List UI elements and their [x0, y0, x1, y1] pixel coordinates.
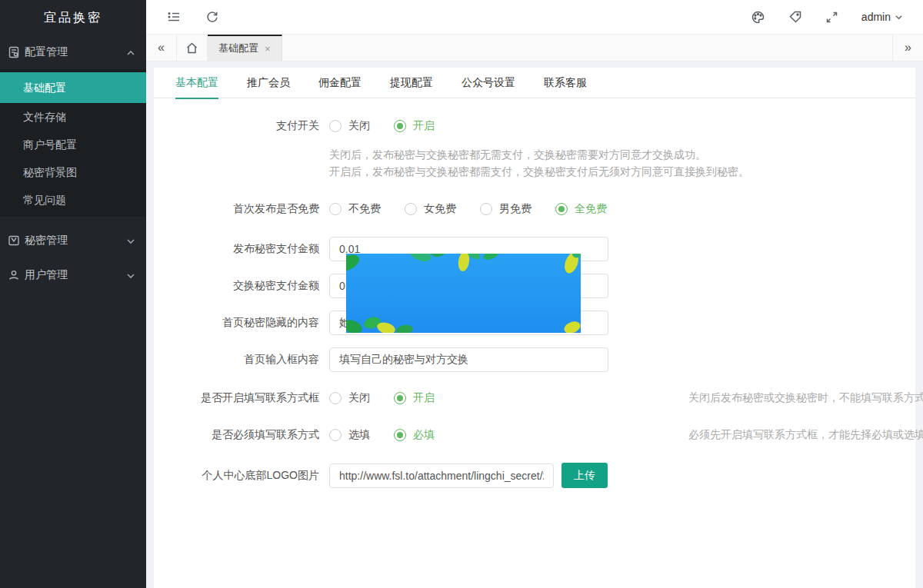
- sidebar-group-label: 用户管理: [25, 268, 126, 282]
- tab-basic-config[interactable]: 基本配置: [175, 68, 218, 98]
- form-row-first-free: 首次发布是否免费 不免费 女免费: [175, 200, 915, 218]
- sidebar-item-basic-config[interactable]: 基础配置: [0, 72, 146, 103]
- settings-tabs: 基本配置 推广会员 佣金配置 提现配置 公众号设置 联系客服: [154, 68, 915, 98]
- sidebar: 宜品换密 配置管理 基础配置 文件存储 商户号配置 秘密背景图 常见问题 秘密管…: [0, 0, 146, 588]
- radio-circle: [329, 120, 342, 132]
- config-icon: [8, 46, 20, 58]
- scroll-tabs-left-button[interactable]: «: [146, 35, 177, 61]
- header-left: [146, 9, 220, 25]
- field-label: 交换秘密支付金额: [175, 279, 319, 293]
- chevron-down-icon: [895, 13, 903, 22]
- open-tab-basic-config[interactable]: 基础配置 ×: [208, 35, 282, 61]
- home-tab-button[interactable]: [177, 35, 208, 61]
- radio-circle: [329, 203, 342, 215]
- radio-circle: [555, 203, 568, 215]
- home-input-content-input[interactable]: [329, 347, 608, 372]
- chevron-down-icon: [126, 271, 135, 280]
- payment-switch-help: 关闭后，发布秘密与交换秘密都无需支付，交换秘密需要对方同意才交换成功。 开启后，…: [329, 146, 915, 180]
- logo-url-input[interactable]: [329, 463, 554, 488]
- app-title: 宜品换密: [0, 0, 146, 35]
- user-menu[interactable]: admin: [861, 11, 903, 23]
- tag-icon[interactable]: [788, 9, 803, 25]
- chevron-down-icon: [126, 236, 135, 245]
- radio-contact-box-off[interactable]: 关闭: [329, 391, 370, 405]
- user-icon: [8, 269, 20, 281]
- radio-all-free[interactable]: 全免费: [555, 202, 607, 216]
- radio-contact-required[interactable]: 必填: [394, 428, 435, 442]
- tab-label: 基础配置: [218, 42, 258, 55]
- radio-circle: [329, 392, 342, 404]
- form-row-payment-switch: 支付开关 关闭 开启: [175, 117, 915, 135]
- tab-official-account[interactable]: 公众号设置: [462, 68, 515, 98]
- form-row-contact-box: 是否开启填写联系方式框 关闭 开启 关闭后发布秘密或交换秘密时，不能填写: [175, 389, 915, 407]
- field-label: 首页秘密隐藏的内容: [175, 316, 319, 330]
- help-line: 开启后，发布秘密与交换秘密都需支付，交换秘密支付后无须对方同意可直接换到秘密。: [329, 163, 915, 180]
- sidebar-group-secret[interactable]: 秘密管理: [0, 223, 146, 257]
- scroll-tabs-right-button[interactable]: »: [892, 35, 923, 61]
- top-header: admin: [146, 0, 923, 35]
- contact-box-hint: 关闭后发布秘密或交换秘密时，不能填写联系方式。: [688, 391, 923, 405]
- radio-female-free[interactable]: 女免费: [405, 202, 456, 216]
- close-icon[interactable]: ×: [265, 43, 271, 55]
- field-label: 首页输入框内容: [175, 353, 319, 367]
- sidebar-item-secret-background[interactable]: 秘密背景图: [0, 158, 146, 186]
- refresh-icon[interactable]: [205, 9, 220, 25]
- sidebar-submenu-config: 基础配置 文件存储 商户号配置 秘密背景图 常见问题: [0, 69, 146, 217]
- field-label: 首次发布是否免费: [175, 202, 319, 216]
- radio-circle: [405, 203, 417, 215]
- field-label: 支付开关: [175, 119, 319, 133]
- tab-strip: « 基础配置 × »: [146, 35, 923, 61]
- field-label: 是否开启填写联系方式框: [175, 391, 319, 405]
- radio-not-free[interactable]: 不免费: [329, 202, 381, 216]
- contact-required-hint: 必须先开启填写联系方式框，才能先择必填或选填: [688, 428, 923, 442]
- form-row-contact-required: 是否必须填写联系方式 选填 必填 必须先开启填写联系方式框，才能先择必填: [175, 426, 915, 444]
- radio-circle: [480, 203, 492, 215]
- sidebar-item-merchant-config[interactable]: 商户号配置: [0, 131, 146, 158]
- tab-promo-member[interactable]: 推广会员: [247, 68, 290, 98]
- field-label: 个人中心底部LOGO图片: [175, 469, 319, 483]
- radio-circle: [329, 429, 342, 441]
- radio-payment-on[interactable]: 开启: [394, 119, 435, 133]
- tab-customer-service[interactable]: 联系客服: [544, 68, 587, 98]
- radio-payment-off[interactable]: 关闭: [329, 119, 370, 133]
- radio-circle: [394, 392, 406, 404]
- form-row-home-input: 首页输入框内容: [175, 347, 915, 372]
- header-right: admin: [751, 9, 923, 25]
- tab-commission-config[interactable]: 佣金配置: [318, 68, 362, 98]
- sidebar-group-config[interactable]: 配置管理: [0, 35, 146, 69]
- palette-icon[interactable]: [751, 9, 766, 25]
- tabstrip-spacer: [282, 35, 892, 61]
- radio-circle: [394, 120, 406, 132]
- home-icon: [185, 42, 198, 55]
- radio-contact-optional[interactable]: 选填: [329, 428, 370, 442]
- sidebar-group-user[interactable]: 用户管理: [0, 257, 146, 292]
- form-row-logo: 个人中心底部LOGO图片 上传: [175, 463, 915, 488]
- secret-icon: [8, 234, 20, 247]
- help-line: 关闭后，发布秘密与交换秘密都无需支付，交换秘密需要对方同意才交换成功。: [329, 146, 915, 163]
- sidebar-item-file-storage[interactable]: 文件存储: [0, 103, 146, 131]
- fullscreen-icon[interactable]: [825, 9, 840, 25]
- sidebar-item-faq[interactable]: 常见问题: [0, 186, 146, 214]
- sidebar-group-label: 配置管理: [25, 45, 126, 59]
- radio-contact-box-on[interactable]: 开启: [394, 391, 435, 405]
- upload-button[interactable]: 上传: [561, 463, 608, 488]
- field-label: 是否必须填写联系方式: [175, 428, 319, 442]
- decorative-leaves-image: [346, 254, 581, 333]
- chevron-up-icon: [126, 48, 135, 57]
- radio-male-free[interactable]: 男免费: [480, 202, 531, 216]
- username: admin: [861, 11, 891, 23]
- field-label: 发布秘密支付金额: [175, 242, 319, 256]
- radio-circle: [394, 429, 406, 441]
- menu-fold-icon[interactable]: [166, 9, 182, 25]
- tab-withdraw-config[interactable]: 提现配置: [390, 68, 433, 98]
- sidebar-group-label: 秘密管理: [25, 234, 126, 247]
